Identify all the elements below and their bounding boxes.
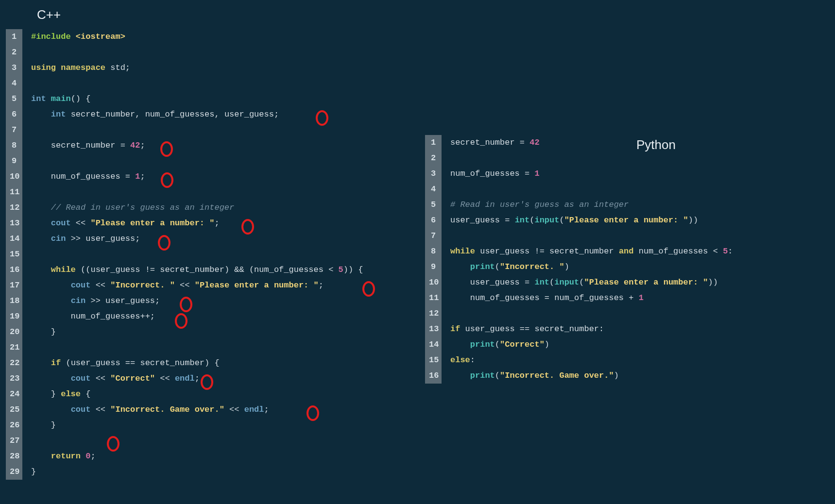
line-number: 1 xyxy=(425,135,442,151)
line-number: 4 xyxy=(425,182,442,197)
code-line[interactable]: cout << "Incorrect. " << "Please enter a… xyxy=(31,278,363,293)
code-line[interactable]: num_of_guesses++; xyxy=(31,309,363,324)
line-number: 7 xyxy=(425,228,442,244)
line-number: 12 xyxy=(425,306,442,321)
code-line[interactable]: cin >> user_guess; xyxy=(31,293,363,309)
code-line[interactable] xyxy=(31,122,363,138)
code-line[interactable] xyxy=(450,306,733,321)
line-number: 11 xyxy=(425,290,442,306)
code-line[interactable]: if user_guess == secret_number: xyxy=(450,321,733,337)
line-number: 9 xyxy=(6,153,22,169)
code-line[interactable]: cout << "Incorrect. Game over." << endl; xyxy=(31,402,363,418)
code-line[interactable] xyxy=(31,76,363,91)
code-line[interactable] xyxy=(31,185,363,200)
code-line[interactable]: cout << "Please enter a number: "; xyxy=(31,216,363,231)
code-line[interactable]: secret_number = 42; xyxy=(31,138,363,153)
line-number: 28 xyxy=(6,449,22,464)
line-number: 3 xyxy=(6,60,22,76)
code-line[interactable]: // Read in user's guess as an integer xyxy=(31,200,363,216)
cpp-editor[interactable]: 1234567891011121314151617181920212223242… xyxy=(6,29,363,480)
line-number: 10 xyxy=(6,169,22,185)
code-line[interactable]: #include <iostream> xyxy=(31,29,363,45)
line-number: 7 xyxy=(6,122,22,138)
code-line[interactable] xyxy=(31,433,363,449)
line-number: 24 xyxy=(6,386,22,402)
line-number: 19 xyxy=(6,309,22,324)
line-number: 15 xyxy=(425,353,442,368)
line-number: 29 xyxy=(6,464,22,480)
code-line[interactable]: return 0; xyxy=(31,449,363,464)
line-number: 9 xyxy=(425,259,442,275)
line-number: 22 xyxy=(6,355,22,371)
line-number: 14 xyxy=(425,337,442,353)
code-line[interactable]: print("Incorrect. Game over.") xyxy=(450,368,733,384)
code-line[interactable] xyxy=(31,45,363,60)
line-number: 4 xyxy=(6,76,22,91)
line-number: 3 xyxy=(425,166,442,182)
code-line[interactable]: user_guess = int(input("Please enter a n… xyxy=(450,213,733,228)
line-number: 6 xyxy=(425,213,442,228)
cpp-gutter: 1234567891011121314151617181920212223242… xyxy=(6,29,22,480)
line-number: 20 xyxy=(6,324,22,340)
code-line[interactable]: } xyxy=(31,418,363,433)
line-number: 11 xyxy=(6,185,22,200)
line-number: 26 xyxy=(6,418,22,433)
code-line[interactable]: num_of_guesses = 1 xyxy=(450,166,733,182)
code-line[interactable]: } else { xyxy=(31,386,363,402)
line-number: 16 xyxy=(6,262,22,278)
line-number: 13 xyxy=(425,321,442,337)
cpp-code[interactable]: #include <iostream> using namespace std;… xyxy=(22,29,363,480)
line-number: 6 xyxy=(6,107,22,122)
code-line[interactable] xyxy=(450,182,733,197)
line-number: 25 xyxy=(6,402,22,418)
py-gutter: 12345678910111213141516 xyxy=(425,135,442,384)
code-line[interactable]: num_of_guesses = 1; xyxy=(31,169,363,185)
line-number: 1 xyxy=(6,29,22,45)
code-line[interactable]: while user_guess != secret_number and nu… xyxy=(450,244,733,259)
python-editor[interactable]: 12345678910111213141516 secret_number = … xyxy=(425,135,733,384)
code-line[interactable]: else: xyxy=(450,353,733,368)
code-line[interactable]: cin >> user_guess; xyxy=(31,231,363,247)
line-number: 23 xyxy=(6,371,22,386)
code-line[interactable]: secret_number = 42 xyxy=(450,135,733,151)
line-number: 27 xyxy=(6,433,22,449)
line-number: 18 xyxy=(6,293,22,309)
line-number: 10 xyxy=(425,275,442,290)
semicolon-highlight xyxy=(362,281,375,297)
cpp-title: C++ xyxy=(37,7,61,22)
code-line[interactable]: print("Incorrect. ") xyxy=(450,259,733,275)
code-line[interactable] xyxy=(450,151,733,166)
line-number: 12 xyxy=(6,200,22,216)
line-number: 14 xyxy=(6,231,22,247)
line-number: 16 xyxy=(425,368,442,384)
code-line[interactable]: using namespace std; xyxy=(31,60,363,76)
code-line[interactable]: cout << "Correct" << endl; xyxy=(31,371,363,386)
line-number: 15 xyxy=(6,247,22,262)
code-line[interactable]: num_of_guesses = num_of_guesses + 1 xyxy=(450,290,733,306)
code-line[interactable]: while ((user_guess != secret_number) && … xyxy=(31,262,363,278)
line-number: 8 xyxy=(6,138,22,153)
line-number: 8 xyxy=(425,244,442,259)
line-number: 17 xyxy=(6,278,22,293)
line-number: 21 xyxy=(6,340,22,355)
code-line[interactable]: int secret_number, num_of_guesses, user_… xyxy=(31,107,363,122)
line-number: 5 xyxy=(6,91,22,107)
code-line[interactable]: if (user_guess == secret_number) { xyxy=(31,355,363,371)
code-line[interactable]: user_guess = int(input("Please enter a n… xyxy=(450,275,733,290)
py-code[interactable]: secret_number = 42 num_of_guesses = 1 # … xyxy=(442,135,733,384)
code-line[interactable] xyxy=(450,228,733,244)
line-number: 2 xyxy=(6,45,22,60)
line-number: 2 xyxy=(425,151,442,166)
code-line[interactable] xyxy=(31,340,363,355)
line-number: 13 xyxy=(6,216,22,231)
code-line[interactable]: } xyxy=(31,464,363,480)
line-number: 5 xyxy=(425,197,442,213)
code-line[interactable]: int main() { xyxy=(31,91,363,107)
code-line[interactable] xyxy=(31,153,363,169)
code-line[interactable]: print("Correct") xyxy=(450,337,733,353)
code-line[interactable]: } xyxy=(31,324,363,340)
code-line[interactable] xyxy=(31,247,363,262)
code-line[interactable]: # Read in user's guess as an integer xyxy=(450,197,733,213)
